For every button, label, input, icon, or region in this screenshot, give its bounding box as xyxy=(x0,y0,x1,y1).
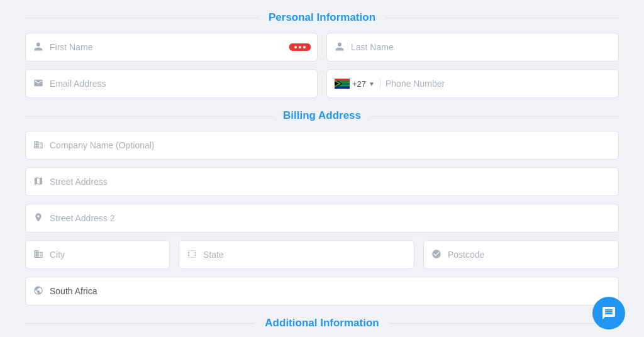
state-input[interactable] xyxy=(203,250,406,260)
filter-icon xyxy=(187,249,197,261)
additional-info-title: Additional Information xyxy=(255,317,389,329)
phone-input[interactable] xyxy=(386,79,611,89)
svg-rect-8 xyxy=(335,87,350,89)
street2-row xyxy=(25,204,619,233)
svg-rect-7 xyxy=(335,79,350,80)
chat-icon xyxy=(601,306,616,321)
personal-info-title: Personal Information xyxy=(258,11,386,24)
contact-row: +27 ▼ xyxy=(25,69,619,98)
person-icon xyxy=(33,41,43,53)
building-icon xyxy=(33,140,43,152)
sa-flag-icon xyxy=(335,79,350,89)
company-row xyxy=(25,131,619,160)
street2-field[interactable] xyxy=(25,204,619,233)
street1-field[interactable] xyxy=(25,167,619,196)
city-state-row xyxy=(25,240,619,269)
country-row: South Africa xyxy=(25,277,619,306)
last-name-input[interactable] xyxy=(351,42,611,52)
postcode-icon xyxy=(431,249,441,261)
phone-prefix[interactable]: +27 ▼ xyxy=(335,79,380,89)
email-input[interactable] xyxy=(50,79,309,89)
company-field[interactable] xyxy=(25,131,619,160)
city-field[interactable] xyxy=(25,240,170,269)
street2-input[interactable] xyxy=(50,213,611,223)
name-row xyxy=(25,33,619,62)
state-field[interactable] xyxy=(179,240,414,269)
country-input[interactable] xyxy=(50,286,611,296)
billing-address-divider: Billing Address xyxy=(25,109,619,122)
phone-dropdown-icon[interactable]: ▼ xyxy=(369,80,375,87)
first-name-input[interactable] xyxy=(50,42,309,52)
country-field[interactable]: South Africa xyxy=(25,277,619,306)
dots-button[interactable] xyxy=(289,43,311,51)
last-name-field[interactable] xyxy=(326,33,619,62)
phone-field[interactable]: +27 ▼ xyxy=(326,69,619,98)
billing-address-title: Billing Address xyxy=(273,109,371,122)
email-field[interactable] xyxy=(25,69,318,98)
additional-info-divider: Additional Information xyxy=(25,317,619,329)
pin-icon xyxy=(33,213,43,224)
postcode-input[interactable] xyxy=(448,250,611,260)
globe-icon xyxy=(33,285,43,297)
phone-code: +27 xyxy=(352,79,366,89)
street1-input[interactable] xyxy=(50,177,611,187)
company-input[interactable] xyxy=(50,140,611,150)
first-name-field[interactable] xyxy=(25,33,318,62)
personal-info-divider: Personal Information xyxy=(25,11,619,24)
city-icon xyxy=(33,249,43,261)
map-icon xyxy=(33,176,43,188)
street1-row xyxy=(25,167,619,196)
fab-button[interactable] xyxy=(592,297,625,329)
city-input[interactable] xyxy=(50,250,162,260)
person-icon-2 xyxy=(335,41,345,53)
postcode-field[interactable] xyxy=(423,240,619,269)
email-icon xyxy=(33,78,43,90)
